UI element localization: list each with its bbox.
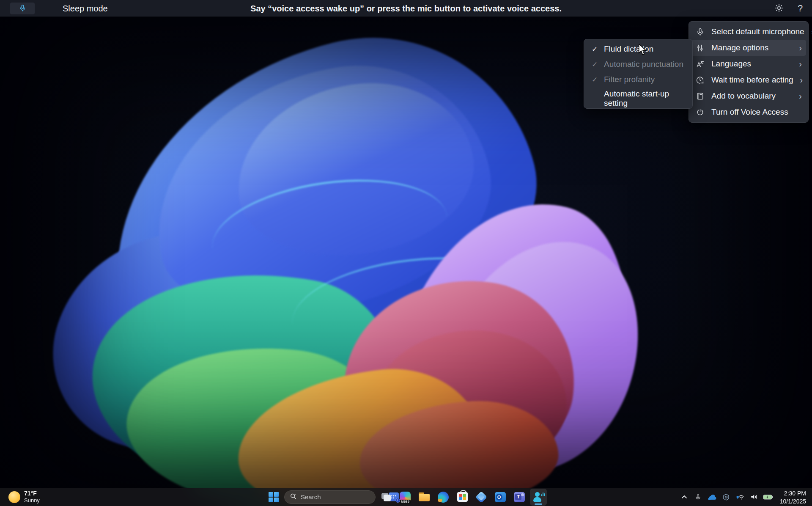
taskbar: 71°F Sunny L [0,488,812,506]
clock-widget[interactable]: 2:30 PM 10/1/2025 [776,489,809,505]
menu-item-label: Turn off Voice Access [711,107,802,117]
outlook-button[interactable]: O [492,489,509,506]
phone-link-button[interactable] [473,489,490,506]
menu-item-select-default-microphone[interactable]: Select default microphone › [691,24,806,40]
weather-condition: Sunny [24,497,40,504]
voice-access-settings-button[interactable] [773,3,785,14]
search-icon [290,492,297,501]
onedrive-icon[interactable] [707,491,718,503]
edge-button[interactable] [435,489,452,506]
m365-copilot-button[interactable]: M365 [397,489,414,506]
volume-icon[interactable] [749,491,760,503]
tray-microphone-icon[interactable] [693,491,704,503]
submenu-item-filter-profanity[interactable]: ✓ Filter profanity [586,72,690,87]
chevron-right-icon: › [799,60,802,68]
start-button[interactable] [265,489,282,506]
file-explorer-button[interactable] [416,489,433,506]
mouse-cursor-icon [637,44,648,58]
taskbar-center-group: L M365 O [265,488,547,506]
sound-waves-icon [541,492,545,496]
menu-item-label: Add to vocabulary [711,91,792,101]
tray-date: 10/1/2025 [780,498,806,505]
tray-time: 2:30 PM [780,490,806,497]
phone-link-icon [475,491,487,503]
chevron-right-icon: › [799,92,802,100]
checkmark-icon: ✓ [590,75,600,84]
checkmark-icon: ✓ [590,45,600,54]
submenu-item-label: Filter profanity [604,75,655,84]
active-app-indicator [535,503,542,505]
outlook-icon: O [495,492,506,502]
teams-icon: T [514,492,525,502]
chevron-right-icon: › [799,44,802,52]
translate-icon [695,60,705,69]
menu-item-add-to-vocabulary[interactable]: Add to vocabulary › [691,88,806,104]
sun-icon [8,491,20,503]
chevron-right-icon: › [800,76,803,84]
voice-access-hint-text: Say “voice access wake up” or press the … [0,0,812,17]
taskbar-search-box[interactable]: L [284,490,376,504]
microsoft-store-button[interactable] [454,489,471,506]
voice-access-person-icon [533,492,544,502]
studio-effects-icon[interactable] [721,491,732,503]
menu-item-turn-off-voice-access[interactable]: Turn off Voice Access [691,104,806,120]
battery-charging-icon[interactable] [763,491,774,503]
teams-letter: T [515,494,521,500]
system-tray: 2:30 PM 10/1/2025 [679,488,809,506]
file-explorer-icon [419,492,430,501]
help-icon[interactable]: ? [794,3,806,14]
menu-item-languages[interactable]: Languages › [691,56,806,72]
clock-icon [695,76,705,85]
checkmark-icon: ✓ [590,60,600,69]
submenu-item-label: Automatic punctuation [604,60,683,69]
submenu-item-label: Automatic start-up setting [604,89,687,108]
menu-item-label: Languages [711,59,792,69]
microsoft-store-icon [457,492,468,502]
voice-access-settings-menu: Select default microphone › Manage optio… [689,21,809,123]
book-icon [695,92,705,101]
menu-item-label: Manage options [711,43,792,52]
submenu-item-automatic-punctuation[interactable]: ✓ Automatic punctuation [586,57,690,72]
weather-temperature: 71°F [24,490,40,497]
menu-item-label: Select default microphone [711,27,804,36]
voice-access-bar: Sleep mode Say “voice access wake up” or… [0,0,812,17]
task-view-button[interactable] [378,489,395,506]
menu-item-manage-options[interactable]: Manage options › [691,40,806,56]
windows-logo-icon [269,492,279,502]
hidden-icons-chevron-icon[interactable] [679,491,690,503]
m365-copilot-icon: M365 [400,492,411,503]
outlook-letter: O [496,494,502,500]
search-input[interactable] [301,493,385,500]
voice-access-bar-actions: ? [773,0,806,17]
power-icon [695,108,705,117]
weather-widget[interactable]: 71°F Sunny [5,488,43,506]
teams-button[interactable]: T [511,489,528,506]
tools-icon [695,44,705,52]
wifi-security-icon[interactable] [735,491,746,503]
desktop: Sleep mode Say “voice access wake up” or… [0,0,812,506]
microphone-icon [695,28,705,36]
menu-item-wait-time-before-acting[interactable]: Wait time before acting › [691,72,806,88]
menu-item-label: Wait time before acting [711,75,793,85]
m365-badge: M365 [400,500,411,504]
submenu-item-automatic-start-up-setting[interactable]: Automatic start-up setting [586,91,690,106]
task-view-icon [381,493,391,501]
voice-access-app-button[interactable] [530,489,547,506]
edge-icon [438,492,449,503]
gear-icon [774,3,784,14]
